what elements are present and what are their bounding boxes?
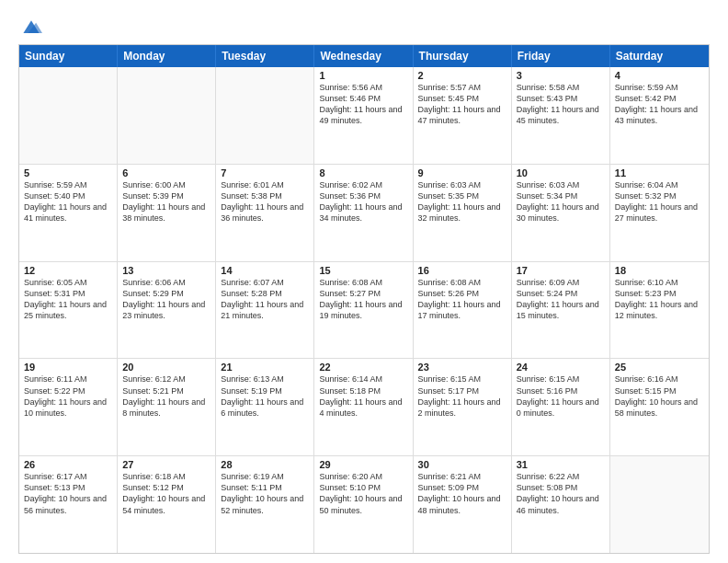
cell-info: Sunrise: 5:56 AM Sunset: 5:46 PM Dayligh… <box>319 82 407 127</box>
day-number: 22 <box>319 362 407 373</box>
cell-info: Sunrise: 6:21 AM Sunset: 5:09 PM Dayligh… <box>418 471 506 516</box>
day-number: 17 <box>517 265 605 276</box>
day-number: 8 <box>319 167 407 178</box>
day-number: 26 <box>24 459 112 470</box>
calendar-cell: 12Sunrise: 6:05 AM Sunset: 5:31 PM Dayli… <box>19 262 118 359</box>
calendar-cell <box>19 67 118 164</box>
logo <box>18 17 42 37</box>
calendar-cell: 19Sunrise: 6:11 AM Sunset: 5:22 PM Dayli… <box>19 359 118 455</box>
header <box>18 17 710 37</box>
calendar-header-cell: Thursday <box>414 45 512 67</box>
cell-info: Sunrise: 6:01 AM Sunset: 5:38 PM Dayligh… <box>221 179 309 224</box>
cell-info: Sunrise: 6:04 AM Sunset: 5:32 PM Dayligh… <box>615 179 704 224</box>
calendar-header-cell: Monday <box>118 45 216 67</box>
cell-info: Sunrise: 5:59 AM Sunset: 5:40 PM Dayligh… <box>24 179 112 224</box>
day-number: 30 <box>418 459 506 470</box>
cell-info: Sunrise: 6:20 AM Sunset: 5:10 PM Dayligh… <box>319 471 407 516</box>
cell-info: Sunrise: 6:03 AM Sunset: 5:34 PM Dayligh… <box>517 179 605 224</box>
day-number: 1 <box>319 70 407 81</box>
day-number: 2 <box>418 70 506 81</box>
calendar-week-row: 12Sunrise: 6:05 AM Sunset: 5:31 PM Dayli… <box>19 262 709 360</box>
day-number: 29 <box>319 459 407 470</box>
cell-info: Sunrise: 6:16 AM Sunset: 5:15 PM Dayligh… <box>615 373 704 419</box>
calendar-cell: 30Sunrise: 6:21 AM Sunset: 5:09 PM Dayli… <box>414 456 512 553</box>
calendar-header-cell: Sunday <box>19 45 118 67</box>
cell-info: Sunrise: 6:18 AM Sunset: 5:12 PM Dayligh… <box>122 471 210 516</box>
day-number: 18 <box>615 265 704 276</box>
day-number: 6 <box>122 167 210 178</box>
calendar-cell: 20Sunrise: 6:12 AM Sunset: 5:21 PM Dayli… <box>118 359 216 455</box>
calendar-cell <box>118 67 216 164</box>
calendar-header: SundayMondayTuesdayWednesdayThursdayFrid… <box>19 45 709 67</box>
cell-info: Sunrise: 6:14 AM Sunset: 5:18 PM Dayligh… <box>319 373 407 419</box>
calendar-cell: 26Sunrise: 6:17 AM Sunset: 5:13 PM Dayli… <box>19 456 118 553</box>
logo-icon <box>20 17 42 39</box>
calendar-cell: 3Sunrise: 5:58 AM Sunset: 5:43 PM Daylig… <box>512 67 610 164</box>
calendar-cell: 21Sunrise: 6:13 AM Sunset: 5:19 PM Dayli… <box>216 359 314 455</box>
day-number: 20 <box>122 362 210 373</box>
cell-info: Sunrise: 6:09 AM Sunset: 5:24 PM Dayligh… <box>517 277 605 322</box>
cell-info: Sunrise: 6:02 AM Sunset: 5:36 PM Dayligh… <box>319 179 407 224</box>
cell-info: Sunrise: 5:59 AM Sunset: 5:42 PM Dayligh… <box>615 82 704 127</box>
cell-info: Sunrise: 6:15 AM Sunset: 5:16 PM Dayligh… <box>517 373 605 419</box>
calendar-cell: 18Sunrise: 6:10 AM Sunset: 5:23 PM Dayli… <box>610 262 709 359</box>
calendar-week-row: 1Sunrise: 5:56 AM Sunset: 5:46 PM Daylig… <box>19 67 709 165</box>
day-number: 25 <box>615 362 704 373</box>
day-number: 12 <box>24 265 112 276</box>
calendar-week-row: 5Sunrise: 5:59 AM Sunset: 5:40 PM Daylig… <box>19 165 709 262</box>
calendar-cell: 28Sunrise: 6:19 AM Sunset: 5:11 PM Dayli… <box>216 456 314 553</box>
cell-info: Sunrise: 6:12 AM Sunset: 5:21 PM Dayligh… <box>122 373 210 419</box>
day-number: 9 <box>418 167 506 178</box>
calendar-cell: 31Sunrise: 6:22 AM Sunset: 5:08 PM Dayli… <box>512 456 610 553</box>
calendar-cell: 5Sunrise: 5:59 AM Sunset: 5:40 PM Daylig… <box>19 165 118 261</box>
day-number: 16 <box>418 265 506 276</box>
cell-info: Sunrise: 6:08 AM Sunset: 5:26 PM Dayligh… <box>418 277 506 322</box>
calendar-header-cell: Friday <box>512 45 610 67</box>
calendar-cell: 24Sunrise: 6:15 AM Sunset: 5:16 PM Dayli… <box>512 359 610 455</box>
day-number: 27 <box>122 459 210 470</box>
cell-info: Sunrise: 6:13 AM Sunset: 5:19 PM Dayligh… <box>221 373 309 419</box>
day-number: 14 <box>221 265 309 276</box>
cell-info: Sunrise: 6:03 AM Sunset: 5:35 PM Dayligh… <box>418 179 506 224</box>
day-number: 10 <box>517 167 605 178</box>
day-number: 5 <box>24 167 112 178</box>
cell-info: Sunrise: 6:07 AM Sunset: 5:28 PM Dayligh… <box>221 277 309 322</box>
day-number: 23 <box>418 362 506 373</box>
day-number: 28 <box>221 459 309 470</box>
day-number: 13 <box>122 265 210 276</box>
day-number: 4 <box>615 70 704 81</box>
day-number: 3 <box>517 70 605 81</box>
calendar-cell: 4Sunrise: 5:59 AM Sunset: 5:42 PM Daylig… <box>610 67 709 164</box>
calendar-header-cell: Wednesday <box>314 45 413 67</box>
day-number: 24 <box>517 362 605 373</box>
day-number: 31 <box>517 459 605 470</box>
cell-info: Sunrise: 6:06 AM Sunset: 5:29 PM Dayligh… <box>122 277 210 322</box>
page: SundayMondayTuesdayWednesdayThursdayFrid… <box>0 0 728 563</box>
calendar-week-row: 26Sunrise: 6:17 AM Sunset: 5:13 PM Dayli… <box>19 456 709 553</box>
day-number: 15 <box>319 265 407 276</box>
day-number: 7 <box>221 167 309 178</box>
calendar-cell <box>610 456 709 553</box>
calendar-cell: 7Sunrise: 6:01 AM Sunset: 5:38 PM Daylig… <box>216 165 314 261</box>
calendar-cell: 25Sunrise: 6:16 AM Sunset: 5:15 PM Dayli… <box>610 359 709 455</box>
calendar-body: 1Sunrise: 5:56 AM Sunset: 5:46 PM Daylig… <box>19 67 709 553</box>
calendar-cell: 14Sunrise: 6:07 AM Sunset: 5:28 PM Dayli… <box>216 262 314 359</box>
calendar-cell: 10Sunrise: 6:03 AM Sunset: 5:34 PM Dayli… <box>512 165 610 261</box>
calendar-cell: 27Sunrise: 6:18 AM Sunset: 5:12 PM Dayli… <box>118 456 216 553</box>
calendar-cell: 13Sunrise: 6:06 AM Sunset: 5:29 PM Dayli… <box>118 262 216 359</box>
cell-info: Sunrise: 6:15 AM Sunset: 5:17 PM Dayligh… <box>418 373 506 419</box>
cell-info: Sunrise: 6:05 AM Sunset: 5:31 PM Dayligh… <box>24 277 112 322</box>
calendar-cell <box>216 67 314 164</box>
calendar-cell: 29Sunrise: 6:20 AM Sunset: 5:10 PM Dayli… <box>314 456 413 553</box>
cell-info: Sunrise: 6:10 AM Sunset: 5:23 PM Dayligh… <box>615 277 704 322</box>
day-number: 21 <box>221 362 309 373</box>
day-number: 19 <box>24 362 112 373</box>
calendar-cell: 15Sunrise: 6:08 AM Sunset: 5:27 PM Dayli… <box>314 262 413 359</box>
cell-info: Sunrise: 6:00 AM Sunset: 5:39 PM Dayligh… <box>122 179 210 224</box>
calendar-week-row: 19Sunrise: 6:11 AM Sunset: 5:22 PM Dayli… <box>19 359 709 456</box>
calendar-cell: 23Sunrise: 6:15 AM Sunset: 5:17 PM Dayli… <box>414 359 512 455</box>
cell-info: Sunrise: 5:58 AM Sunset: 5:43 PM Dayligh… <box>517 82 605 127</box>
cell-info: Sunrise: 6:19 AM Sunset: 5:11 PM Dayligh… <box>221 471 309 516</box>
calendar-cell: 1Sunrise: 5:56 AM Sunset: 5:46 PM Daylig… <box>314 67 413 164</box>
calendar-cell: 16Sunrise: 6:08 AM Sunset: 5:26 PM Dayli… <box>414 262 512 359</box>
